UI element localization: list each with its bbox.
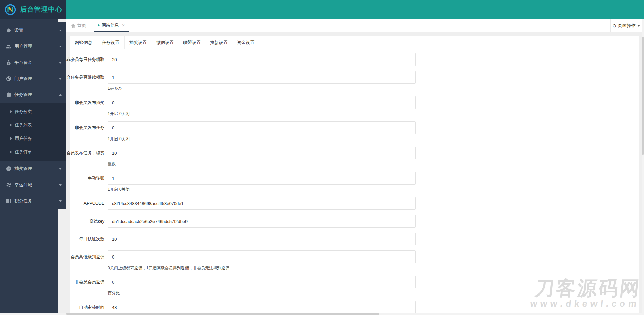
sidebar-menu: 设置 用户管理 平台资金 门户管理 任务管理 任务分类 (0, 19, 66, 209)
chevron-down-icon (59, 168, 62, 170)
settings-card: 网站信息 任务设置 抽奖设置 微信设置 联盟设置 拉新设置 资金设置 非会员每日… (70, 36, 639, 315)
page-tab-website-info[interactable]: 网站信息 × (94, 19, 129, 32)
settings-tab-strip: 网站信息 任务设置 抽奖设置 微信设置 联盟设置 拉新设置 资金设置 (70, 36, 639, 49)
sidebar-item-label: 平台资金 (14, 60, 32, 66)
admin-page: { "app": { "title": "后台管理中心" }, "topbar"… (0, 0, 644, 315)
form-row: 高德key (108, 215, 639, 228)
field-label: 高德key (90, 215, 104, 228)
home-icon (71, 24, 75, 28)
chevron-down-icon (59, 78, 62, 80)
field-label: 放弃任务是否继续领取 (62, 71, 104, 84)
page-operations-label: 页面操作 (618, 23, 636, 29)
lottery-icon (6, 166, 11, 171)
field-input[interactable] (108, 172, 416, 185)
close-icon[interactable]: × (122, 23, 125, 28)
field-input[interactable] (108, 301, 416, 314)
form-row: 非会员会员返佣 百分比 (108, 276, 639, 296)
horizontal-scrollbar[interactable] (0, 313, 644, 315)
sidebar-item-lucky-mall[interactable]: 幸运商城 (0, 177, 66, 193)
money-bag-icon (6, 60, 11, 65)
sidebar-item-user-tasks[interactable]: 用户任务 (0, 132, 66, 145)
users-icon (6, 44, 11, 49)
field-input[interactable] (108, 147, 416, 159)
vertical-scrollbar-thumb[interactable] (642, 37, 644, 155)
sidebar-subitem-label: 任务分类 (15, 109, 32, 115)
field-input[interactable] (108, 53, 416, 66)
tab-wechat-settings[interactable]: 微信设置 (151, 36, 178, 49)
tab-task-settings[interactable]: 任务设置 (97, 36, 125, 49)
field-input[interactable] (108, 276, 416, 288)
field-label: 自动审核时间 (79, 301, 104, 314)
chevron-down-icon (59, 30, 62, 31)
sidebar-item-platform-funds[interactable]: 平台资金 (0, 54, 66, 71)
breadcrumb-home[interactable]: 首页 (71, 19, 86, 32)
form-row: APPCODE (108, 197, 639, 210)
field-hint: 1开启 0关闭 (108, 136, 639, 142)
sidebar-item-task-list[interactable]: 任务列表 (0, 118, 66, 132)
sidebar-item-label: 幸运商城 (14, 182, 32, 188)
sidebar-item-task-category[interactable]: 任务分类 (0, 105, 66, 118)
field-input[interactable] (108, 197, 416, 210)
sidebar-item-label: 门户管理 (14, 76, 32, 82)
field-hint: 1开启 0关闭 (108, 187, 639, 192)
field-hint: 百分比 (108, 291, 639, 296)
chevron-down-icon (59, 62, 62, 64)
grid-icon (6, 198, 11, 204)
field-label: 非会员发布抽奖 (75, 96, 105, 109)
tab-lottery-settings[interactable]: 抽奖设置 (125, 36, 151, 49)
page-tab-label: 网站信息 (102, 22, 119, 28)
field-hint: 1开启 0关闭 (108, 111, 639, 116)
triangle-marker-icon (98, 24, 100, 27)
tab-funds-settings[interactable]: 资金设置 (232, 36, 259, 49)
tab-referral-settings[interactable]: 拉新设置 (205, 36, 232, 49)
field-input[interactable] (108, 215, 416, 228)
field-input[interactable] (108, 233, 416, 245)
triangle-bullet-icon (10, 110, 12, 113)
task-settings-form: 非会员每日任务领取 放弃任务是否继续领取 1是 0否 非会员发布抽奖 1开启 0… (70, 49, 639, 315)
form-row: 会员高低级别返佣 0关闭上级都可返佣，1开启高级会员得到返佣，非会员无法得到返佣 (108, 250, 639, 271)
field-label: APPCODE (84, 197, 104, 210)
sidebar-item-label: 抽奖管理 (14, 166, 32, 172)
app-title: 后台管理中心 (20, 5, 62, 14)
form-row: 非会员发布任务手续费 整数 (108, 147, 639, 167)
field-hint: 整数 (108, 162, 639, 167)
form-row: 手动转账 1开启 0关闭 (108, 172, 639, 192)
sidebar-submenu-tasks: 任务分类 任务列表 用户任务 任务订单 (0, 103, 66, 161)
sidebar-item-lottery-management[interactable]: 抽奖管理 (0, 161, 66, 177)
sidebar-subitem-label: 用户任务 (15, 136, 32, 142)
field-label: 手动转账 (88, 172, 104, 185)
vertical-scrollbar[interactable] (642, 19, 644, 313)
field-input[interactable] (108, 250, 416, 263)
tasks-icon (6, 92, 11, 97)
chevron-down-icon (59, 200, 62, 202)
app-logo-icon (4, 4, 16, 16)
horizontal-scrollbar-thumb[interactable] (66, 313, 379, 315)
sidebar-item-label: 积分任务 (14, 198, 32, 204)
field-input[interactable] (108, 96, 416, 109)
field-input[interactable] (108, 121, 416, 134)
field-label: 非会员每日任务领取 (67, 53, 105, 66)
chevron-down-icon (637, 25, 640, 27)
field-input[interactable] (108, 71, 416, 84)
chevron-up-icon (59, 94, 62, 96)
field-label: 每日认证次数 (79, 233, 104, 245)
sidebar-item-points-tasks[interactable]: 积分任务 (0, 193, 66, 209)
tab-website-info[interactable]: 网站信息 (70, 36, 97, 49)
field-label: 非会员发布任务手续费 (62, 147, 104, 159)
tab-alliance-settings[interactable]: 联盟设置 (178, 36, 205, 49)
sidebar-item-task-management[interactable]: 任务管理 (0, 87, 66, 103)
field-label: 非会员会员返佣 (75, 276, 105, 288)
triangle-bullet-icon (10, 137, 12, 140)
sidebar-item-settings[interactable]: 设置 (0, 22, 66, 38)
sidebar-item-user-management[interactable]: 用户管理 (0, 38, 66, 54)
triangle-bullet-icon (10, 151, 12, 153)
sidebar-subitem-label: 任务列表 (15, 122, 32, 128)
triangle-bullet-icon (10, 124, 12, 126)
page-operations-button[interactable]: ⊙ 页面操作 (610, 19, 642, 32)
sidebar-item-portal-management[interactable]: 门户管理 (0, 71, 66, 87)
form-row: 每日认证次数 (108, 233, 639, 245)
sidebar-item-task-orders[interactable]: 任务订单 (0, 145, 66, 159)
form-row: 放弃任务是否继续领取 1是 0否 (108, 71, 639, 91)
chevron-down-icon (59, 184, 62, 186)
breadcrumb-home-label: 首页 (77, 23, 86, 29)
